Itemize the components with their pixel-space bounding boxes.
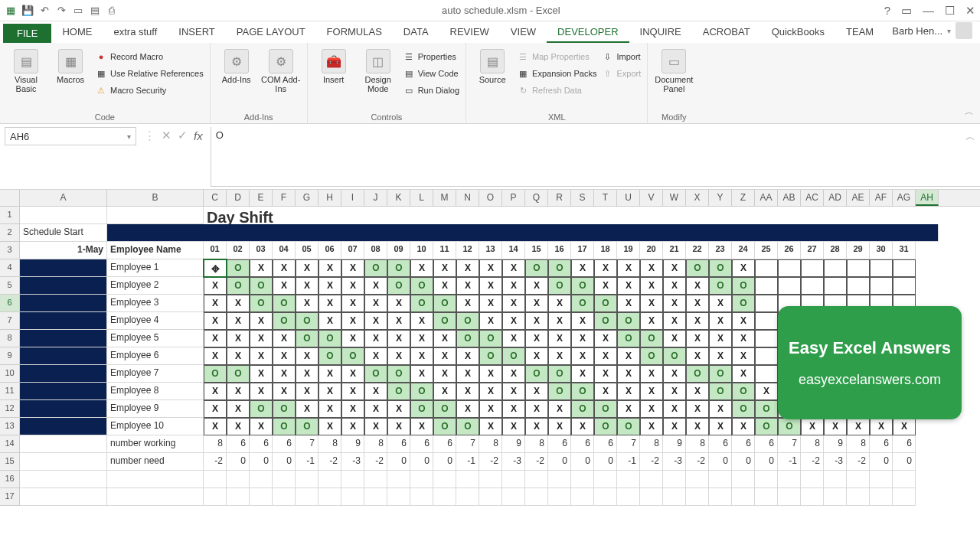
cell[interactable]: X [502, 295, 525, 312]
cell[interactable]: 09 [387, 242, 410, 259]
cell[interactable] [410, 488, 433, 506]
cell[interactable] [204, 471, 227, 488]
cell[interactable]: X [663, 365, 686, 383]
cell[interactable]: X [893, 418, 916, 435]
col-header-K[interactable]: K [387, 190, 410, 206]
cell[interactable]: 8 [364, 435, 387, 453]
cell[interactable]: X [502, 400, 525, 418]
cell[interactable] [755, 471, 778, 488]
cell[interactable] [824, 488, 847, 506]
cell[interactable]: X [617, 400, 640, 418]
cell[interactable]: X [387, 347, 410, 365]
cell[interactable]: 8 [686, 435, 709, 453]
cell[interactable]: -2 [318, 453, 341, 471]
cell[interactable]: -2 [479, 453, 502, 471]
cell[interactable]: X [296, 347, 318, 365]
cell[interactable]: 14 [502, 242, 525, 259]
cell[interactable] [801, 488, 824, 506]
cell[interactable]: X [640, 277, 663, 295]
cell[interactable]: number working [107, 435, 204, 453]
cell[interactable] [502, 488, 525, 506]
cell[interactable]: X [732, 259, 755, 277]
cell[interactable] [755, 347, 778, 365]
collapse-ribbon-icon[interactable]: ︿ [965, 106, 974, 119]
cell[interactable]: O [594, 400, 617, 418]
cell[interactable]: O [410, 383, 433, 400]
cell[interactable]: X [364, 277, 387, 295]
col-header-AE[interactable]: AE [847, 190, 870, 206]
cell[interactable]: X [364, 330, 387, 347]
cell[interactable]: X [364, 295, 387, 312]
cell[interactable]: Employee 3 [107, 295, 204, 312]
cell[interactable]: X [456, 277, 479, 295]
cell[interactable]: X [686, 383, 709, 400]
cell[interactable]: O [732, 400, 755, 418]
row-header-14[interactable]: 14 [0, 435, 20, 453]
cell[interactable]: O [227, 277, 250, 295]
cell[interactable]: 9 [502, 435, 525, 453]
cell[interactable] [617, 471, 640, 488]
cell[interactable] [456, 471, 479, 488]
cell[interactable] [571, 471, 594, 488]
cell[interactable]: X [640, 259, 663, 277]
cell[interactable]: -1 [456, 453, 479, 471]
cell[interactable]: X [433, 277, 456, 295]
cell[interactable]: O [571, 383, 594, 400]
cell[interactable]: O [548, 259, 571, 277]
col-header-M[interactable]: M [433, 190, 456, 206]
cell[interactable]: X [525, 418, 548, 435]
cell[interactable] [20, 259, 107, 277]
cell[interactable] [893, 259, 916, 277]
cell[interactable]: X [456, 295, 479, 312]
cell[interactable]: X [227, 400, 250, 418]
cell[interactable]: X [296, 365, 318, 383]
cell[interactable] [686, 471, 709, 488]
cell[interactable]: X [204, 330, 227, 347]
open-icon[interactable]: ▤ [89, 5, 101, 17]
cell[interactable]: X [709, 418, 732, 435]
record-macro-button[interactable]: ●Record Macro [95, 49, 204, 64]
redo-icon[interactable]: ↷ [55, 5, 67, 17]
cell[interactable] [755, 365, 778, 383]
tab-data[interactable]: DATA [393, 22, 439, 43]
col-header-Q[interactable]: Q [525, 190, 548, 206]
cell[interactable]: X [732, 312, 755, 330]
cell[interactable]: -2 [801, 453, 824, 471]
cell[interactable]: X [709, 330, 732, 347]
cell[interactable] [571, 488, 594, 506]
cell[interactable]: O [433, 400, 456, 418]
com-addins-button[interactable]: ⚙COM Add-Ins [261, 46, 301, 93]
cell[interactable]: X [341, 383, 364, 400]
cell[interactable] [107, 224, 939, 242]
cell[interactable]: 06 [318, 242, 341, 259]
cell[interactable]: X [250, 365, 273, 383]
col-header-AD[interactable]: AD [824, 190, 847, 206]
cell[interactable]: 18 [594, 242, 617, 259]
cell[interactable]: X [250, 259, 273, 277]
cell[interactable]: X [204, 383, 227, 400]
cell[interactable]: 0 [227, 453, 250, 471]
cell[interactable]: 26 [778, 242, 801, 259]
cell[interactable]: O [296, 312, 318, 330]
cell[interactable]: X [571, 418, 594, 435]
cell[interactable]: X [617, 295, 640, 312]
row-header-15[interactable]: 15 [0, 453, 20, 471]
cell[interactable]: X [456, 365, 479, 383]
cell[interactable]: X [617, 277, 640, 295]
cell[interactable] [479, 488, 502, 506]
cell[interactable] [870, 488, 893, 506]
new-icon[interactable]: ▭ [72, 5, 84, 17]
cell[interactable]: 11 [433, 242, 456, 259]
cell[interactable]: X [410, 259, 433, 277]
cell[interactable] [227, 471, 250, 488]
row-header-13[interactable]: 13 [0, 418, 20, 435]
cell[interactable] [250, 488, 273, 506]
tab-developer[interactable]: DEVELOPER [547, 22, 629, 43]
cell[interactable]: 6 [732, 435, 755, 453]
cell[interactable]: 0 [387, 453, 410, 471]
cell[interactable]: 31 [893, 242, 916, 259]
cell[interactable]: X [410, 312, 433, 330]
cell[interactable]: 6 [227, 435, 250, 453]
cell[interactable] [20, 418, 107, 435]
cell[interactable]: X [686, 330, 709, 347]
